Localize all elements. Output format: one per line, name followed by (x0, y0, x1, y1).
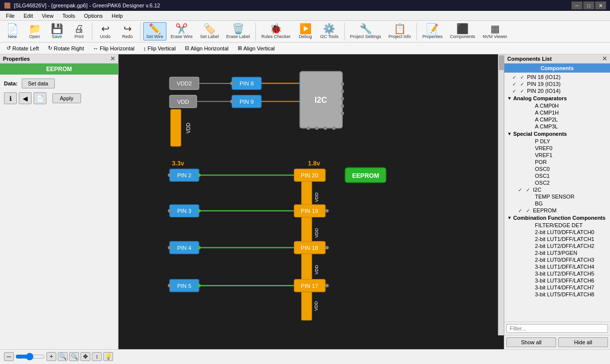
title-bar-text: [SLG46826V] - [greenpak.gp6] - GreenPAK6… (14, 2, 160, 8)
svg-text:PIN 18: PIN 18 (301, 245, 318, 251)
svg-point-45 (197, 209, 201, 212)
comp-item-2bit-lut3[interactable]: 2-bit LUT3/PGEN (504, 249, 610, 256)
comp-item-2bit-lut0b[interactable]: 2-bit LUT0/DFF/LATCH3 (504, 256, 610, 263)
zoom-out-button[interactable]: ─ (4, 352, 14, 361)
save-button[interactable]: 💾 Save (46, 22, 67, 40)
erase-wire-button[interactable]: ✂️ Erase Wire (168, 22, 196, 40)
comp-item-pin18-io12[interactable]: ✓PIN 18 (IO12) (504, 74, 610, 81)
menu-edit[interactable]: Edit (20, 12, 37, 20)
maximize-button[interactable]: □ (583, 1, 594, 9)
set-label-button[interactable]: 🏷️ Set Label (197, 22, 222, 40)
align-horizontal-button[interactable]: ⊟ Align Horizontal (181, 43, 232, 53)
align-vertical-button[interactable]: ⊞ Align Vertical (234, 43, 279, 53)
zoom-fit-button[interactable]: 🔍 (58, 352, 68, 361)
rotate-left-button[interactable]: ↺ Rotate Left (3, 43, 42, 53)
comp-item-3bit-lut5[interactable]: 3-bit LUT5/DFF/LATCH8 (504, 291, 610, 298)
comp-item-pin20-io14[interactable]: ✓PIN 20 (IO14) (504, 87, 610, 94)
main-area: Properties ✕ EEPROM Data: Set data ℹ ◀ 📄… (0, 54, 610, 349)
i2c-tools-button[interactable]: ⚙️ I2C Tools (317, 22, 341, 40)
canvas-area[interactable]: VDD2 VDD VDD PIN 8 PIN 9 (119, 54, 504, 349)
menu-help[interactable]: Help (108, 12, 127, 20)
comp-item-2bit-lut0[interactable]: 2-bit LUT0/DFF/LATCH0 (504, 229, 610, 236)
redo-button[interactable]: ↪ Redo (117, 22, 138, 40)
svg-point-48 (325, 209, 329, 212)
properties-content: Data: Set data ℹ ◀ 📄 Apply (0, 75, 118, 108)
comp-item-pdly[interactable]: P DLY (504, 138, 610, 145)
open-button[interactable]: 📁 Open (24, 22, 45, 40)
menu-view[interactable]: View (38, 12, 58, 20)
nvm-viewer-button[interactable]: ▦ NVM Viewer (480, 22, 510, 40)
svg-point-26 (324, 126, 327, 130)
light-button[interactable]: 💡 (103, 352, 113, 361)
comp-item-vref1[interactable]: VREF1 (504, 152, 610, 159)
comp-item-2bit-lut2[interactable]: 2-bit LUT2/DFF/LATCH2 (504, 243, 610, 249)
comp-item-acmp0h[interactable]: A CMP0H (504, 102, 610, 109)
new-button[interactable]: 📄 New (2, 22, 23, 40)
comp-group-analog-comparators[interactable]: ▼ Analog Comparators (504, 94, 610, 102)
zoom-100-button[interactable]: 🔍 (69, 352, 79, 361)
set-wire-button[interactable]: ✏️ Set Wire (143, 22, 166, 40)
svg-text:VDD: VDD (314, 228, 319, 238)
comp-item-2bit-lut1[interactable]: 2-bit LUT1/DFF/LATCH1 (504, 236, 610, 243)
show-all-button[interactable]: Show all (506, 337, 556, 347)
info-button[interactable]: ℹ (4, 92, 17, 104)
comp-item-pin19-io13[interactable]: ✓PIN 19 (IO13) (504, 81, 610, 87)
erase-label-button[interactable]: 🗑️ Erase Label (223, 22, 253, 40)
flip-vertical-button[interactable]: ↕ Flip Vertical (140, 44, 179, 53)
project-settings-button[interactable]: 🔧 Project Settings (347, 22, 384, 40)
redo-label: Redo (122, 34, 133, 39)
menu-options[interactable]: Options (80, 12, 107, 20)
properties-button[interactable]: 📝 Properties (419, 22, 446, 40)
debug-button[interactable]: ▶️ Debug (295, 22, 316, 40)
zoom-in-button[interactable]: + (46, 352, 56, 361)
pan-button[interactable]: ✥ (81, 352, 90, 361)
svg-point-53 (168, 246, 171, 249)
comp-item-3bit-lut3[interactable]: 3-bit LUT3/DFF/LATCH6 (504, 277, 610, 284)
comp-item-por[interactable]: POR (504, 159, 610, 165)
comp-item-acmp2l[interactable]: A CMP2L (504, 116, 610, 123)
svg-point-58 (325, 246, 329, 249)
project-info-label: Project Info (389, 34, 411, 39)
rules-checker-button[interactable]: 🐞 Rules Checker (258, 22, 293, 40)
menu-tools[interactable]: Tools (58, 12, 79, 20)
sep2 (140, 23, 141, 40)
comp-item-bg[interactable]: BG (504, 200, 610, 207)
comp-item-3bit-lut1[interactable]: 3-bit LUT1/DFF/LATCH4 (504, 263, 610, 270)
print-button[interactable]: 🖨 Print (69, 22, 89, 40)
rotate-right-button[interactable]: ↻ Rotate Right (44, 43, 87, 53)
hide-all-button[interactable]: Hide all (558, 337, 608, 347)
comp-group-combination-function[interactable]: ▼ Combination Function Components (504, 214, 610, 222)
svg-point-34 (197, 173, 201, 177)
zoom-slider[interactable] (15, 355, 45, 359)
scroll-button[interactable]: ↕ (92, 352, 102, 361)
save-label: Save (52, 34, 62, 39)
comp-group-special-components[interactable]: ▼ Special Components (504, 130, 610, 138)
comp-item-3bit-lut4[interactable]: 3-bit LUT4/DFF/LATCH7 (504, 284, 610, 291)
comp-item-3bit-lut2[interactable]: 3-bit LUT2/DFF/LATCH5 (504, 270, 610, 277)
comp-item-osc0[interactable]: OSC0 (504, 165, 610, 172)
components-button[interactable]: ⬛ Components (447, 22, 478, 40)
canvas-scrollbar-vertical[interactable] (498, 54, 504, 335)
undo-button[interactable]: ↩ Undo (95, 22, 116, 40)
comp-item-vref0[interactable]: VREF0 (504, 145, 610, 152)
minimize-button[interactable]: ─ (571, 1, 582, 9)
properties-close-button[interactable]: ✕ (110, 55, 115, 62)
comp-item-i2c[interactable]: ✓I2C (504, 186, 610, 193)
project-info-button[interactable]: 📋 Project Info (386, 22, 414, 40)
copy-button[interactable]: 📄 (34, 92, 46, 104)
components-list-close-button[interactable]: ✕ (602, 55, 607, 62)
menu-file[interactable]: File (2, 12, 19, 20)
flip-horizontal-button[interactable]: ↔ Flip Horizontal (89, 44, 138, 53)
apply-button[interactable]: Apply (52, 93, 81, 103)
comp-item-acmp1h[interactable]: A CMP1H (504, 109, 610, 116)
comp-item-temp-sensor[interactable]: TEMP SENSOR (504, 193, 610, 200)
comp-item-osc2[interactable]: OSC2 (504, 179, 610, 186)
filter-input[interactable] (506, 324, 608, 333)
close-button[interactable]: ✕ (595, 1, 606, 9)
set-data-button[interactable]: Set data (22, 79, 55, 88)
comp-item-eeprom[interactable]: ✓EEPROM (504, 207, 610, 214)
back-button[interactable]: ◀ (19, 92, 32, 104)
comp-item-osc1[interactable]: OSC1 (504, 172, 610, 179)
comp-item-filter-edge-det[interactable]: FILTER/EDGE DET (504, 222, 610, 229)
comp-item-acmp3l[interactable]: A CMP3L (504, 123, 610, 130)
